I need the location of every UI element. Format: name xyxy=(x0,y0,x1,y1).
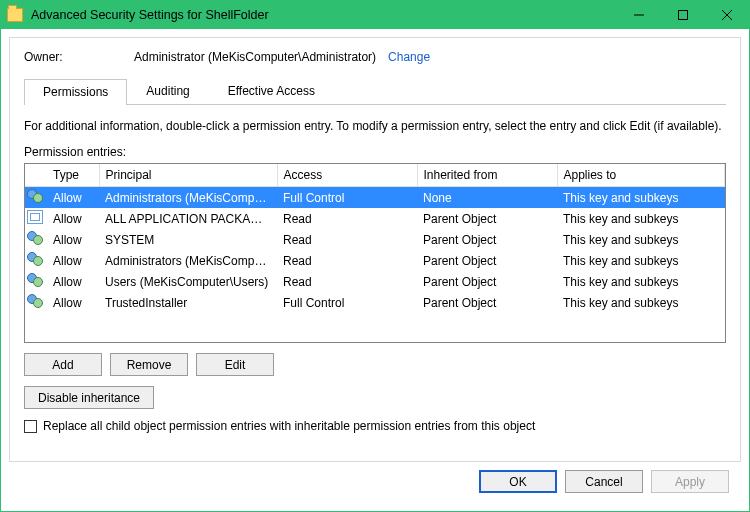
tab-effective-access[interactable]: Effective Access xyxy=(209,78,334,104)
table-row[interactable]: AllowUsers (MeKisComputer\Users)ReadPare… xyxy=(25,271,725,292)
add-button[interactable]: Add xyxy=(24,353,102,376)
cell-principal: SYSTEM xyxy=(99,229,277,250)
cell-inherited: Parent Object xyxy=(417,250,557,271)
users-icon xyxy=(27,252,43,266)
col-type[interactable]: Type xyxy=(47,164,99,187)
cell-access: Read xyxy=(277,271,417,292)
cell-principal: TrustedInstaller xyxy=(99,292,277,313)
tabs: Permissions Auditing Effective Access xyxy=(24,78,726,105)
dialog-footer: OK Cancel Apply xyxy=(9,462,741,503)
cell-type: Allow xyxy=(47,229,99,250)
table-row[interactable]: AllowAdministrators (MeKisComput…ReadPar… xyxy=(25,250,725,271)
replace-checkbox[interactable] xyxy=(24,420,37,433)
maximize-button[interactable] xyxy=(661,1,705,29)
tab-permissions[interactable]: Permissions xyxy=(24,79,127,105)
replace-checkbox-row[interactable]: Replace all child object permission entr… xyxy=(24,419,726,433)
users-icon xyxy=(27,231,43,245)
window-title: Advanced Security Settings for ShellFold… xyxy=(31,8,269,22)
cell-access: Full Control xyxy=(277,187,417,209)
cell-inherited: Parent Object xyxy=(417,208,557,229)
cell-principal: Administrators (MeKisCompu… xyxy=(99,187,277,209)
info-text: For additional information, double-click… xyxy=(24,119,726,133)
cell-inherited: None xyxy=(417,187,557,209)
cell-access: Full Control xyxy=(277,292,417,313)
cell-applies: This key and subkeys xyxy=(557,250,725,271)
column-headers[interactable]: Type Principal Access Inherited from App… xyxy=(25,164,725,187)
cell-applies: This key and subkeys xyxy=(557,292,725,313)
cancel-button[interactable]: Cancel xyxy=(565,470,643,493)
edit-button[interactable]: Edit xyxy=(196,353,274,376)
table-row[interactable]: AllowSYSTEMReadParent ObjectThis key and… xyxy=(25,229,725,250)
svg-rect-1 xyxy=(679,11,688,20)
cell-principal: Administrators (MeKisComput… xyxy=(99,250,277,271)
table-row[interactable]: AllowAdministrators (MeKisCompu…Full Con… xyxy=(25,187,725,209)
cell-applies: This key and subkeys xyxy=(557,208,725,229)
cell-inherited: Parent Object xyxy=(417,229,557,250)
col-access[interactable]: Access xyxy=(277,164,417,187)
disable-inheritance-button[interactable]: Disable inheritance xyxy=(24,386,154,409)
col-principal[interactable]: Principal xyxy=(99,164,277,187)
tab-auditing[interactable]: Auditing xyxy=(127,78,208,104)
cell-type: Allow xyxy=(47,208,99,229)
table-row[interactable]: AllowALL APPLICATION PACKAGESReadParent … xyxy=(25,208,725,229)
close-button[interactable] xyxy=(705,1,749,29)
users-icon xyxy=(27,189,43,203)
owner-label: Owner: xyxy=(24,50,134,64)
cell-inherited: Parent Object xyxy=(417,271,557,292)
ok-button[interactable]: OK xyxy=(479,470,557,493)
minimize-button[interactable] xyxy=(617,1,661,29)
col-applies[interactable]: Applies to xyxy=(557,164,725,187)
cell-inherited: Parent Object xyxy=(417,292,557,313)
cell-access: Read xyxy=(277,250,417,271)
table-row[interactable]: AllowTrustedInstallerFull ControlParent … xyxy=(25,292,725,313)
cell-type: Allow xyxy=(47,250,99,271)
cell-applies: This key and subkeys xyxy=(557,271,725,292)
cell-principal: Users (MeKisComputer\Users) xyxy=(99,271,277,292)
cell-applies: This key and subkeys xyxy=(557,229,725,250)
cell-type: Allow xyxy=(47,271,99,292)
cell-access: Read xyxy=(277,229,417,250)
change-owner-link[interactable]: Change xyxy=(388,50,430,64)
package-icon xyxy=(27,210,43,224)
remove-button[interactable]: Remove xyxy=(110,353,188,376)
cell-applies: This key and subkeys xyxy=(557,187,725,209)
apply-button: Apply xyxy=(651,470,729,493)
security-settings-window: Advanced Security Settings for ShellFold… xyxy=(0,0,750,512)
cell-principal: ALL APPLICATION PACKAGES xyxy=(99,208,277,229)
owner-value: Administrator (MeKisComputer\Administrat… xyxy=(134,50,376,64)
cell-access: Read xyxy=(277,208,417,229)
users-icon xyxy=(27,273,43,287)
folder-icon xyxy=(7,8,23,22)
col-inherited[interactable]: Inherited from xyxy=(417,164,557,187)
owner-row: Owner: Administrator (MeKisComputer\Admi… xyxy=(24,50,726,64)
cell-type: Allow xyxy=(47,187,99,209)
entries-label: Permission entries: xyxy=(24,145,726,159)
replace-checkbox-label: Replace all child object permission entr… xyxy=(43,419,535,433)
users-icon xyxy=(27,294,43,308)
permission-grid[interactable]: Type Principal Access Inherited from App… xyxy=(24,163,726,343)
cell-type: Allow xyxy=(47,292,99,313)
titlebar[interactable]: Advanced Security Settings for ShellFold… xyxy=(1,1,749,29)
